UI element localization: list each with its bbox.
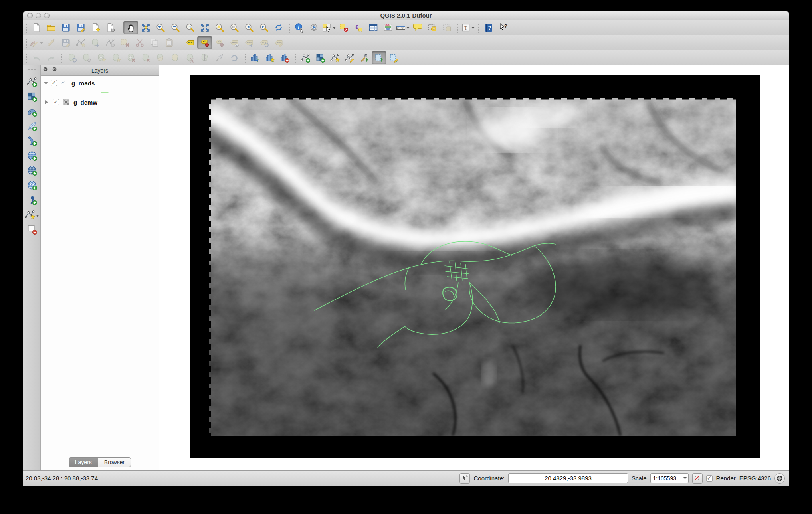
move-label-button: abc <box>242 36 256 49</box>
tab-browser[interactable]: Browser <box>98 457 131 467</box>
status-bar: 20.03,-34.28 : 20.88,-33.74 Coordinate: … <box>23 470 789 486</box>
layer-item-g-demw[interactable]: g_demw <box>41 97 159 108</box>
add-grass-vector-layer-icon <box>300 53 311 63</box>
text-annotation-button[interactable]: T <box>460 21 475 34</box>
chevron-down-icon[interactable] <box>406 27 410 31</box>
add-mssql-layer-button[interactable] <box>24 134 40 149</box>
open-project-button[interactable] <box>44 21 58 34</box>
pan-map-to-selection-button[interactable] <box>138 21 153 34</box>
open-grass-tools-button[interactable] <box>357 51 372 64</box>
zoom-next-button[interactable] <box>256 21 271 34</box>
coordinate-capture-icon[interactable] <box>459 473 470 484</box>
expand-arrow-icon[interactable] <box>45 100 50 104</box>
zoom-to-selection-icon <box>214 22 225 33</box>
zoom-to-layer-button[interactable] <box>227 21 242 34</box>
add-spatialite-layer-button[interactable] <box>24 119 40 134</box>
zoom-last-button[interactable] <box>242 21 256 34</box>
add-delimited-text-layer-button[interactable] <box>24 193 40 208</box>
node-tool-icon <box>105 38 115 48</box>
grass-new-mapset-icon <box>265 53 275 63</box>
display-grass-region-button[interactable] <box>372 51 386 64</box>
new-shapefile-layer-button[interactable] <box>24 208 40 223</box>
new-grass-vector-icon <box>330 53 340 63</box>
map-canvas[interactable] <box>159 65 789 470</box>
chevron-down-icon[interactable] <box>333 27 336 31</box>
zoom-out-button[interactable] <box>168 21 182 34</box>
chevron-down-icon[interactable] <box>36 215 39 219</box>
field-calculator-button[interactable] <box>380 21 395 34</box>
zoom-to-selection-button[interactable] <box>212 21 227 34</box>
layer-name[interactable]: g_roads <box>71 80 95 87</box>
map-tips-button[interactable] <box>410 21 425 34</box>
measure-line-button[interactable] <box>395 21 410 34</box>
labeling-button[interactable]: abc <box>182 36 197 49</box>
zoom-actual-size-button[interactable]: 1:1 <box>182 21 197 34</box>
collapse-arrow-icon[interactable] <box>44 82 48 87</box>
deselect-all-button[interactable] <box>336 21 351 34</box>
new-grass-vector-button[interactable] <box>327 51 342 64</box>
new-bookmark-button[interactable] <box>425 21 440 34</box>
dem-raster-map <box>190 75 760 458</box>
layer-visibility-checkbox[interactable] <box>51 80 57 86</box>
help-contents-button[interactable]: ? <box>481 21 496 34</box>
new-print-composer-button[interactable] <box>88 21 103 34</box>
remove-layer-button[interactable] <box>24 223 40 237</box>
add-grass-vector-layer-button[interactable] <box>298 51 313 64</box>
save-project-button[interactable] <box>58 21 73 34</box>
add-vector-layer-button[interactable] <box>24 75 40 90</box>
add-feature-icon <box>75 38 86 48</box>
save-project-as-button[interactable] <box>73 21 88 34</box>
chevron-down-icon[interactable] <box>682 474 688 483</box>
crs-globe-icon[interactable] <box>774 473 785 484</box>
toolbar-drag-handle[interactable] <box>28 69 36 73</box>
map-tips-icon <box>412 22 423 33</box>
add-wms-layer-button[interactable] <box>24 149 40 164</box>
rotate-feature-icon <box>67 53 77 63</box>
chevron-down-icon[interactable] <box>40 42 43 46</box>
cut-features-icon <box>135 38 145 48</box>
title-bar[interactable]: QGIS 2.0.1-Dufour <box>23 11 789 20</box>
select-features-button[interactable] <box>321 21 336 34</box>
grass-close-mapset-button[interactable] <box>277 51 292 64</box>
coordinate-input[interactable] <box>508 473 628 483</box>
pan-map-button[interactable] <box>123 21 138 34</box>
select-by-expression-button[interactable]: ε <box>351 21 366 34</box>
identify-features-button[interactable]: i <box>292 21 307 34</box>
add-spatialite-layer-icon <box>26 121 38 133</box>
composer-manager-button[interactable] <box>103 21 117 34</box>
paste-features-icon <box>164 38 174 48</box>
scale-combobox[interactable]: 1:105593 <box>650 473 689 483</box>
open-project-icon <box>46 22 56 33</box>
add-raster-layer-button[interactable] <box>24 90 40 105</box>
change-label-icon: abc <box>273 38 284 48</box>
edit-grass-region-button[interactable] <box>386 51 401 64</box>
zoom-full-button[interactable] <box>197 21 212 34</box>
add-postgis-layer-button[interactable] <box>24 105 40 119</box>
zoom-in-button[interactable] <box>153 21 168 34</box>
reshape-features-button <box>153 51 168 64</box>
add-wms-layer-icon <box>26 150 38 163</box>
chevron-down-icon[interactable] <box>471 27 475 31</box>
refresh-map-button[interactable] <box>271 21 286 34</box>
edit-grass-vector-button[interactable] <box>342 51 357 64</box>
layer-tree: g_roads g_demw <box>41 76 159 456</box>
open-attribute-table-button[interactable] <box>366 21 380 34</box>
new-project-button[interactable] <box>29 21 44 34</box>
layer-item-g-roads[interactable]: g_roads <box>41 77 159 89</box>
whats-this-button[interactable]: ? <box>496 21 511 34</box>
grass-new-mapset-button[interactable] <box>262 51 277 64</box>
render-checkbox[interactable] <box>706 475 713 482</box>
add-wcs-layer-icon <box>26 165 38 178</box>
grass-open-mapset-button[interactable] <box>248 51 262 64</box>
run-feature-action-button[interactable] <box>307 21 321 34</box>
add-wcs-layer-button[interactable] <box>24 164 40 178</box>
layer-visibility-checkbox[interactable] <box>53 99 59 105</box>
add-grass-raster-layer-button[interactable] <box>313 51 327 64</box>
toolbar-group: ?? <box>477 21 513 34</box>
tab-layers[interactable]: Layers <box>69 457 98 467</box>
add-wfs-layer-button[interactable] <box>24 178 40 193</box>
pin-labels-button[interactable]: ab <box>197 36 212 49</box>
layer-name[interactable]: g_demw <box>73 99 97 106</box>
save-project-as-icon <box>75 22 86 33</box>
stop-render-icon[interactable] <box>692 473 703 484</box>
